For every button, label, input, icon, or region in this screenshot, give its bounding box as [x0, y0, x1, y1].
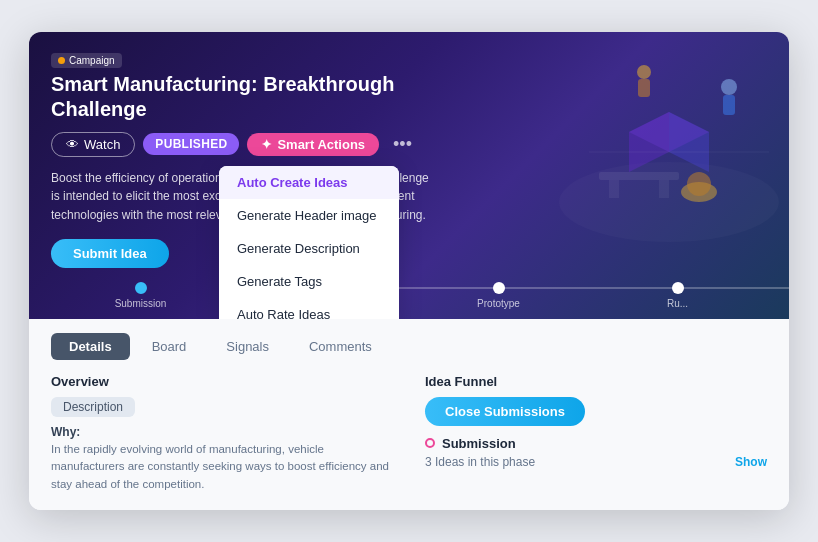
- campaign-badge: Campaign: [51, 53, 122, 68]
- why-label: Why:: [51, 425, 393, 439]
- phase-label-prototype: Prototype: [477, 298, 520, 309]
- svg-point-9: [687, 172, 711, 196]
- smart-actions-label: Smart Actions: [277, 137, 365, 152]
- tab-bar: Details Board Signals Comments: [51, 333, 767, 360]
- bottom-section: Details Board Signals Comments Overview …: [29, 319, 789, 510]
- phase-run: Ru...: [588, 282, 767, 309]
- badge-text: Campaign: [69, 55, 115, 66]
- dropdown-item-generate-header[interactable]: Generate Header image: [219, 199, 399, 232]
- close-submissions-button[interactable]: Close Submissions: [425, 397, 585, 426]
- submission-row: Submission: [425, 436, 767, 451]
- more-button[interactable]: •••: [387, 133, 418, 155]
- phase-prototype: Prototype: [409, 282, 588, 309]
- phase-label-run: Ru...: [667, 298, 688, 309]
- overview-section: Overview Description Why: In the rapidly…: [51, 374, 393, 494]
- phase-label-submission: Submission: [115, 298, 167, 309]
- why-text: In the rapidly evolving world of manufac…: [51, 441, 393, 494]
- submission-label: Submission: [442, 436, 516, 451]
- svg-rect-5: [723, 95, 735, 115]
- svg-rect-7: [638, 79, 650, 97]
- phase-dot-prototype: [493, 282, 505, 294]
- svg-rect-12: [659, 180, 669, 198]
- dropdown-item-generate-tags[interactable]: Generate Tags: [219, 265, 399, 298]
- phase-line-3: [678, 287, 790, 289]
- tab-comments[interactable]: Comments: [291, 333, 390, 360]
- overview-label: Overview: [51, 374, 393, 389]
- phase-dot-submission: [135, 282, 147, 294]
- tab-board[interactable]: Board: [134, 333, 205, 360]
- hero-actions: 👁 Watch PUBLISHED ✦ Smart Actions ••• Au…: [51, 132, 767, 157]
- svg-rect-10: [599, 172, 679, 180]
- description-badge: Description: [51, 397, 135, 417]
- hero-title: Smart Manufacturing: Breakthrough Challe…: [51, 72, 471, 122]
- phase-dot-run: [672, 282, 684, 294]
- content-area: Overview Description Why: In the rapidly…: [51, 374, 767, 494]
- dropdown-item-auto-rate[interactable]: Auto Rate Ideas: [219, 298, 399, 319]
- ideas-count-row: 3 Ideas in this phase Show: [425, 455, 767, 469]
- smart-icon: ✦: [261, 137, 272, 152]
- watch-label: Watch: [84, 137, 120, 152]
- hero-section: Campaign Smart Manufacturing: Breakthrou…: [29, 32, 789, 319]
- submission-circle-icon: [425, 438, 435, 448]
- smart-actions-dropdown: Auto Create Ideas Generate Header image …: [219, 166, 399, 319]
- ideas-count: 3 Ideas in this phase: [425, 455, 535, 469]
- phase-timeline: Submission Refinement Prototype Ru...: [51, 282, 767, 319]
- published-button[interactable]: PUBLISHED: [143, 133, 239, 155]
- watch-button[interactable]: 👁 Watch: [51, 132, 135, 157]
- dropdown-item-auto-create[interactable]: Auto Create Ideas: [219, 166, 399, 199]
- smart-actions-button[interactable]: ✦ Smart Actions: [247, 133, 379, 156]
- svg-point-4: [721, 79, 737, 95]
- idea-funnel-section: Idea Funnel Close Submissions Submission…: [425, 374, 767, 494]
- idea-funnel-label: Idea Funnel: [425, 374, 767, 389]
- submit-idea-button[interactable]: Submit Idea: [51, 239, 169, 268]
- badge-dot: [58, 57, 65, 64]
- dropdown-item-generate-description[interactable]: Generate Description: [219, 232, 399, 265]
- tab-signals[interactable]: Signals: [208, 333, 287, 360]
- show-link[interactable]: Show: [735, 455, 767, 469]
- svg-point-6: [637, 65, 651, 79]
- eye-icon: 👁: [66, 137, 79, 152]
- phase-submission: Submission: [51, 282, 230, 309]
- svg-rect-11: [609, 180, 619, 198]
- tab-details[interactable]: Details: [51, 333, 130, 360]
- main-window: Campaign Smart Manufacturing: Breakthrou…: [29, 32, 789, 510]
